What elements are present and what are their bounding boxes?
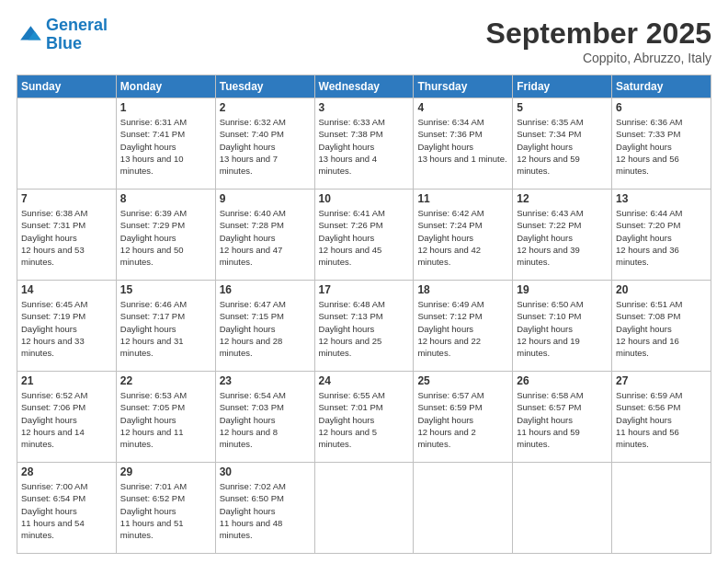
day-info: Sunrise: 6:32 AMSunset: 7:40 PMDaylight … bbox=[220, 116, 311, 177]
day-number: 8 bbox=[120, 192, 211, 205]
day-info: Sunrise: 6:52 AMSunset: 7:06 PMDaylight … bbox=[21, 389, 112, 450]
col-tuesday: Tuesday bbox=[215, 75, 314, 98]
day-info: Sunrise: 6:48 AMSunset: 7:13 PMDaylight … bbox=[319, 298, 410, 359]
day-number: 18 bbox=[417, 283, 508, 296]
day-info: Sunrise: 6:59 AMSunset: 6:56 PMDaylight … bbox=[616, 389, 707, 450]
day-number: 25 bbox=[417, 374, 508, 387]
table-row: 1Sunrise: 6:31 AMSunset: 7:41 PMDaylight… bbox=[116, 98, 215, 190]
day-info: Sunrise: 6:42 AMSunset: 7:24 PMDaylight … bbox=[417, 207, 508, 268]
day-info: Sunrise: 6:46 AMSunset: 7:17 PMDaylight … bbox=[120, 298, 211, 359]
table-row: 10Sunrise: 6:41 AMSunset: 7:26 PMDayligh… bbox=[314, 190, 414, 281]
table-row: 17Sunrise: 6:48 AMSunset: 7:13 PMDayligh… bbox=[314, 281, 414, 372]
day-number: 13 bbox=[616, 192, 707, 205]
day-number: 23 bbox=[220, 374, 311, 387]
day-info: Sunrise: 6:57 AMSunset: 6:59 PMDaylight … bbox=[417, 389, 508, 450]
day-info: Sunrise: 6:51 AMSunset: 7:08 PMDaylight … bbox=[616, 298, 707, 359]
day-info: Sunrise: 6:43 AMSunset: 7:22 PMDaylight … bbox=[517, 207, 608, 268]
col-saturday: Saturday bbox=[612, 75, 711, 98]
calendar-body: 1Sunrise: 6:31 AMSunset: 7:41 PMDaylight… bbox=[17, 98, 711, 554]
table-row bbox=[314, 463, 414, 554]
table-row: 22Sunrise: 6:53 AMSunset: 7:05 PMDayligh… bbox=[116, 372, 215, 463]
table-row: 19Sunrise: 6:50 AMSunset: 7:10 PMDayligh… bbox=[513, 281, 612, 372]
day-number: 7 bbox=[21, 192, 112, 205]
day-number: 24 bbox=[319, 374, 410, 387]
day-info: Sunrise: 7:01 AMSunset: 6:52 PMDaylight … bbox=[120, 480, 211, 541]
day-number: 5 bbox=[517, 101, 608, 114]
table-row: 8Sunrise: 6:39 AMSunset: 7:29 PMDaylight… bbox=[116, 190, 215, 281]
logo-line1: General bbox=[46, 16, 108, 34]
table-row bbox=[513, 463, 612, 554]
calendar-week-1: 7Sunrise: 6:38 AMSunset: 7:31 PMDaylight… bbox=[17, 190, 711, 281]
header: General Blue September 2025 Coppito, Abr… bbox=[17, 17, 711, 65]
day-info: Sunrise: 6:47 AMSunset: 7:15 PMDaylight … bbox=[220, 298, 311, 359]
day-number: 27 bbox=[616, 374, 707, 387]
table-row: 28Sunrise: 7:00 AMSunset: 6:54 PMDayligh… bbox=[17, 463, 117, 554]
table-row: 12Sunrise: 6:43 AMSunset: 7:22 PMDayligh… bbox=[513, 190, 612, 281]
table-row: 21Sunrise: 6:52 AMSunset: 7:06 PMDayligh… bbox=[17, 372, 117, 463]
table-row: 25Sunrise: 6:57 AMSunset: 6:59 PMDayligh… bbox=[414, 372, 513, 463]
day-info: Sunrise: 6:38 AMSunset: 7:31 PMDaylight … bbox=[21, 207, 112, 268]
table-row: 4Sunrise: 6:34 AMSunset: 7:36 PMDaylight… bbox=[414, 98, 513, 190]
day-number: 2 bbox=[220, 101, 311, 114]
table-row bbox=[414, 463, 513, 554]
day-number: 28 bbox=[21, 465, 112, 478]
day-number: 1 bbox=[120, 101, 211, 114]
day-info: Sunrise: 6:35 AMSunset: 7:34 PMDaylight … bbox=[517, 116, 608, 177]
day-info: Sunrise: 6:40 AMSunset: 7:28 PMDaylight … bbox=[220, 207, 311, 268]
day-info: Sunrise: 6:54 AMSunset: 7:03 PMDaylight … bbox=[220, 389, 311, 450]
calendar-week-0: 1Sunrise: 6:31 AMSunset: 7:41 PMDaylight… bbox=[17, 98, 711, 190]
table-row: 30Sunrise: 7:02 AMSunset: 6:50 PMDayligh… bbox=[215, 463, 314, 554]
day-info: Sunrise: 6:41 AMSunset: 7:26 PMDaylight … bbox=[319, 207, 410, 268]
title-block: September 2025 Coppito, Abruzzo, Italy bbox=[486, 17, 711, 65]
day-number: 9 bbox=[220, 192, 311, 205]
table-row: 6Sunrise: 6:36 AMSunset: 7:33 PMDaylight… bbox=[612, 98, 711, 190]
day-number: 30 bbox=[220, 465, 311, 478]
location-subtitle: Coppito, Abruzzo, Italy bbox=[486, 51, 711, 65]
logo-text: General Blue bbox=[46, 17, 108, 53]
calendar-table: Sunday Monday Tuesday Wednesday Thursday… bbox=[17, 75, 711, 554]
col-monday: Monday bbox=[116, 75, 215, 98]
day-number: 12 bbox=[517, 192, 608, 205]
day-number: 15 bbox=[120, 283, 211, 296]
day-info: Sunrise: 6:45 AMSunset: 7:19 PMDaylight … bbox=[21, 298, 112, 359]
table-row: 14Sunrise: 6:45 AMSunset: 7:19 PMDayligh… bbox=[17, 281, 117, 372]
table-row: 7Sunrise: 6:38 AMSunset: 7:31 PMDaylight… bbox=[17, 190, 117, 281]
calendar-header-row: Sunday Monday Tuesday Wednesday Thursday… bbox=[17, 75, 711, 98]
day-number: 26 bbox=[517, 374, 608, 387]
table-row bbox=[612, 463, 711, 554]
day-number: 22 bbox=[120, 374, 211, 387]
table-row: 15Sunrise: 6:46 AMSunset: 7:17 PMDayligh… bbox=[116, 281, 215, 372]
table-row: 2Sunrise: 6:32 AMSunset: 7:40 PMDaylight… bbox=[215, 98, 314, 190]
table-row: 11Sunrise: 6:42 AMSunset: 7:24 PMDayligh… bbox=[414, 190, 513, 281]
day-info: Sunrise: 6:50 AMSunset: 7:10 PMDaylight … bbox=[517, 298, 608, 359]
table-row: 26Sunrise: 6:58 AMSunset: 6:57 PMDayligh… bbox=[513, 372, 612, 463]
table-row: 16Sunrise: 6:47 AMSunset: 7:15 PMDayligh… bbox=[215, 281, 314, 372]
page: General Blue September 2025 Coppito, Abr… bbox=[0, 0, 728, 563]
day-number: 19 bbox=[517, 283, 608, 296]
day-number: 6 bbox=[616, 101, 707, 114]
day-number: 4 bbox=[417, 101, 508, 114]
day-info: Sunrise: 7:02 AMSunset: 6:50 PMDaylight … bbox=[220, 480, 311, 541]
day-info: Sunrise: 6:53 AMSunset: 7:05 PMDaylight … bbox=[120, 389, 211, 450]
day-info: Sunrise: 6:39 AMSunset: 7:29 PMDaylight … bbox=[120, 207, 211, 268]
day-number: 29 bbox=[120, 465, 211, 478]
table-row: 13Sunrise: 6:44 AMSunset: 7:20 PMDayligh… bbox=[612, 190, 711, 281]
table-row: 5Sunrise: 6:35 AMSunset: 7:34 PMDaylight… bbox=[513, 98, 612, 190]
table-row: 24Sunrise: 6:55 AMSunset: 7:01 PMDayligh… bbox=[314, 372, 414, 463]
table-row: 18Sunrise: 6:49 AMSunset: 7:12 PMDayligh… bbox=[414, 281, 513, 372]
col-wednesday: Wednesday bbox=[314, 75, 414, 98]
calendar-week-4: 28Sunrise: 7:00 AMSunset: 6:54 PMDayligh… bbox=[17, 463, 711, 554]
day-number: 10 bbox=[319, 192, 410, 205]
col-thursday: Thursday bbox=[414, 75, 513, 98]
day-info: Sunrise: 6:58 AMSunset: 6:57 PMDaylight … bbox=[517, 389, 608, 450]
table-row: 27Sunrise: 6:59 AMSunset: 6:56 PMDayligh… bbox=[612, 372, 711, 463]
day-info: Sunrise: 6:34 AMSunset: 7:36 PMDaylight … bbox=[417, 116, 508, 165]
table-row: 9Sunrise: 6:40 AMSunset: 7:28 PMDaylight… bbox=[215, 190, 314, 281]
day-number: 3 bbox=[319, 101, 410, 114]
day-info: Sunrise: 6:49 AMSunset: 7:12 PMDaylight … bbox=[417, 298, 508, 359]
col-friday: Friday bbox=[513, 75, 612, 98]
logo-icon bbox=[17, 22, 42, 48]
day-number: 14 bbox=[21, 283, 112, 296]
day-number: 11 bbox=[417, 192, 508, 205]
day-info: Sunrise: 7:00 AMSunset: 6:54 PMDaylight … bbox=[21, 480, 112, 541]
